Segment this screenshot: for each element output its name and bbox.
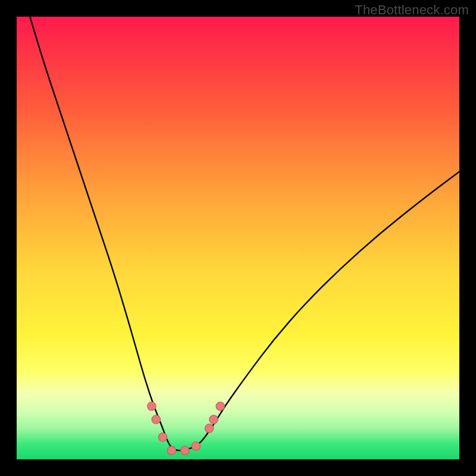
curve-marker (158, 433, 167, 441)
bottleneck-chart (0, 0, 476, 476)
curve-marker (209, 415, 218, 424)
curve-marker (181, 446, 189, 455)
curve-marker (205, 424, 213, 433)
curve-marker (216, 402, 224, 411)
curve-marker (148, 402, 156, 411)
plot-background (17, 17, 459, 459)
watermark-label: TheBottleneck.com (355, 2, 469, 18)
curve-marker (192, 441, 200, 450)
figure-root: TheBottleneck.com (0, 0, 476, 476)
curve-marker (167, 446, 176, 455)
curve-marker (152, 415, 160, 424)
